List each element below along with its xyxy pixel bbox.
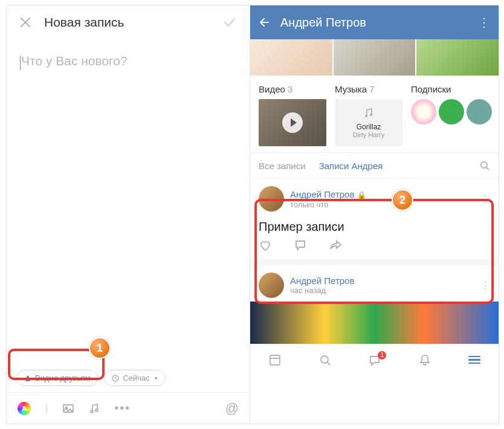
photo-icon[interactable] (62, 402, 74, 414)
wall-search-icon[interactable] (479, 160, 490, 171)
nav-feed-icon[interactable] (268, 353, 282, 367)
music-section[interactable]: Музыка7 Gorillaz Dirty Harry (335, 84, 402, 146)
attachment-bar: A | ••• @ (7, 392, 250, 424)
subs-section[interactable]: Подписки (411, 84, 492, 146)
video-section[interactable]: Видео3 (259, 84, 326, 146)
mention-icon[interactable]: @ (225, 401, 239, 416)
play-icon[interactable] (282, 112, 303, 133)
schedule-label: Сейчас (123, 373, 149, 382)
lock-icon: 🔒 (357, 191, 366, 199)
annotation-badge-2: 2 (392, 189, 413, 211)
submit-check-icon[interactable] (223, 16, 236, 29)
tab-all[interactable]: Все записи (259, 161, 306, 171)
svg-point-8 (481, 162, 487, 168)
nav-messages-icon[interactable]: 1 (368, 353, 381, 367)
text-style-icon[interactable]: A (18, 402, 31, 415)
post-textarea[interactable]: Что у Вас нового? (7, 39, 250, 364)
wall-tabs: Все записи Записи Андрея (250, 152, 499, 179)
svg-point-7 (370, 114, 372, 116)
nav-menu-icon[interactable] (468, 354, 480, 366)
post-author[interactable]: Андрей Петров (290, 189, 354, 199)
post-image[interactable] (250, 302, 499, 344)
more-icon[interactable]: ••• (114, 401, 131, 415)
svg-point-5 (95, 409, 98, 411)
left-header: Новая запись (7, 5, 250, 39)
svg-point-6 (365, 115, 367, 117)
messages-badge: 1 (378, 351, 386, 360)
close-icon[interactable] (20, 17, 31, 28)
annotation-box-2 (254, 199, 494, 304)
svg-point-4 (91, 410, 93, 413)
header-more-icon[interactable]: ⋮ (478, 15, 490, 30)
placeholder-text: Что у Вас нового? (21, 54, 128, 68)
nav-notifications-icon[interactable] (418, 353, 431, 367)
schedule-chip[interactable]: Сейчас ▾ (104, 370, 165, 386)
profile-sections: Видео3 Музыка7 Gorillaz Dirty Harry Подп… (250, 76, 499, 152)
nav-search-icon[interactable] (318, 353, 332, 367)
tab-mine[interactable]: Записи Андрея (319, 161, 383, 171)
svg-point-10 (321, 356, 328, 363)
photo-gallery[interactable] (250, 39, 499, 76)
music-note-icon (363, 107, 375, 119)
profile-name: Андрей Петров (280, 16, 478, 30)
music-attach-icon[interactable] (89, 403, 100, 414)
annotation-badge-1: 1 (89, 337, 111, 359)
right-header: Андрей Петров ⋮ (250, 5, 499, 39)
back-icon[interactable] (259, 16, 271, 28)
svg-rect-9 (270, 355, 280, 365)
bottom-nav: 1 (250, 344, 499, 375)
header-title: Новая запись (44, 15, 124, 30)
